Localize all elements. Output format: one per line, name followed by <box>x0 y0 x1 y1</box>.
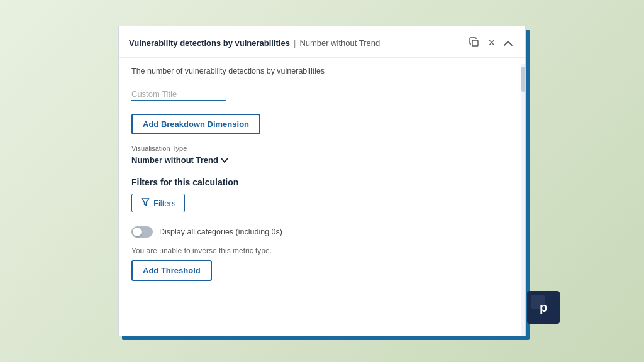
toggle-label: Display all categories (including 0s) <box>159 228 282 236</box>
logo-letter: p <box>540 301 547 314</box>
add-threshold-button[interactable]: Add Threshold <box>131 260 212 281</box>
vis-type-select-wrap: Number without Trend Number with Trend B… <box>131 155 513 165</box>
main-panel: Vulnerability detections by vulnerabilit… <box>118 26 526 336</box>
svg-rect-0 <box>472 40 478 46</box>
title-group: Vulnerability detections by vulnerabilit… <box>129 38 380 48</box>
vis-type-label: Visualisation Type <box>131 145 513 152</box>
copy-icon <box>469 37 479 50</box>
breakdown-section: Add Breakdown Dimension <box>131 114 513 134</box>
panel-subtitle: Number without Trend <box>299 38 380 48</box>
header-actions: × <box>467 35 515 51</box>
filters-section: Filters for this calculation Filters <box>131 177 513 212</box>
vis-type-section: Visualisation Type Number without Trend … <box>131 145 513 165</box>
dropdown-arrow-icon <box>221 155 228 165</box>
title-separator: | <box>294 38 296 48</box>
add-breakdown-button[interactable]: Add Breakdown Dimension <box>131 114 260 134</box>
vis-type-select[interactable]: Number without Trend Number with Trend B… <box>131 155 218 165</box>
scroll-thumb <box>521 67 525 92</box>
toggle-row: Display all categories (including 0s) <box>131 226 513 238</box>
close-button[interactable]: × <box>486 35 497 51</box>
copy-button[interactable] <box>467 36 482 51</box>
toggle-thumb <box>133 228 142 236</box>
unable-inverse-text: You are unable to inverse this metric ty… <box>131 246 513 255</box>
panel-body: The number of vulnerability detections b… <box>119 58 525 336</box>
scroll-indicator <box>521 64 525 336</box>
description-text: The number of vulnerability detections b… <box>131 67 513 75</box>
panel-title: Vulnerability detections by vulnerabilit… <box>129 38 290 48</box>
custom-title-input[interactable] <box>131 88 226 101</box>
close-icon: × <box>488 36 495 50</box>
filter-icon <box>141 198 150 208</box>
chevron-up-icon <box>504 38 513 49</box>
panel-header: Vulnerability detections by vulnerabilit… <box>119 26 525 58</box>
display-categories-toggle[interactable] <box>131 226 153 238</box>
filters-button-label: Filters <box>153 199 175 208</box>
filters-heading: Filters for this calculation <box>131 177 513 187</box>
filters-button[interactable]: Filters <box>131 194 185 212</box>
app-logo: p <box>527 291 560 324</box>
panel-container: Vulnerability detections by vulnerabilit… <box>118 26 526 336</box>
collapse-button[interactable] <box>501 36 515 50</box>
